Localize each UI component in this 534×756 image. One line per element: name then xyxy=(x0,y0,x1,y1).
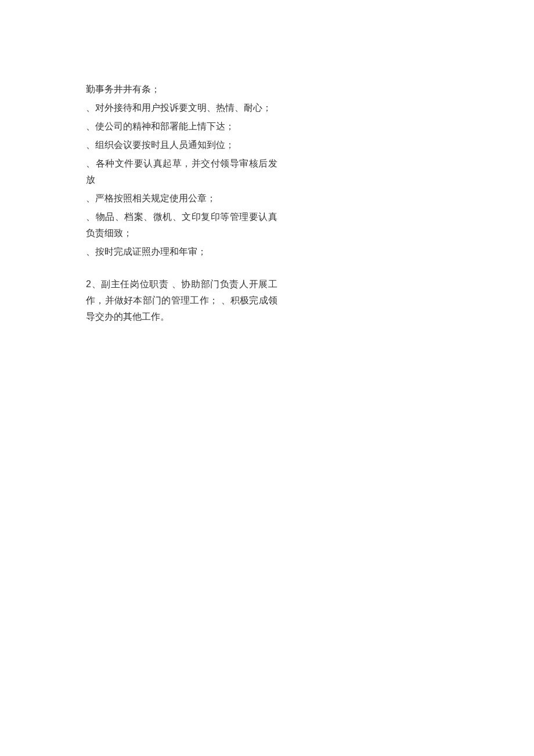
text-line: 、物品、档案、微机、文印复印等管理要认真负责细致； xyxy=(86,209,277,241)
section-text: 、副主任岗位职责 、协助部门负责人开展工作，并做好本部门的管理工作； 、积极完成… xyxy=(86,279,277,321)
text-line: 勤事务井井有条； xyxy=(86,81,277,97)
text-line: 、严格按照相关规定使用公章； xyxy=(86,190,277,207)
text-line: 、使公司的精神和部署能上情下达； xyxy=(86,118,277,135)
text-line: 、按时完成证照办理和年审； xyxy=(86,244,277,260)
section-2: 2、副主任岗位职责 、协助部门负责人开展工作，并做好本部门的管理工作； 、积极完… xyxy=(86,276,277,325)
text-line: 、组织会议要按时且人员通知到位； xyxy=(86,137,277,153)
text-line: 、各种文件要认真起草，并交付领导审核后发放 xyxy=(86,155,277,188)
section-number: 2 xyxy=(86,279,91,289)
text-line: 、对外接待和用户投诉要文明、热情、耐心； xyxy=(86,100,277,116)
document-content: 勤事务井井有条； 、对外接待和用户投诉要文明、热情、耐心； 、使公司的精神和部署… xyxy=(86,81,277,325)
